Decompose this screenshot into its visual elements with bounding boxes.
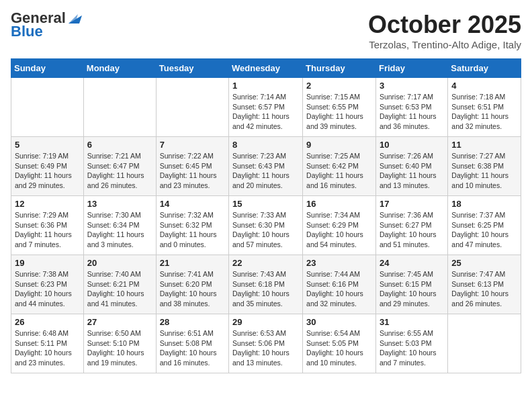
day-info: Sunrise: 7:25 AMSunset: 6:42 PMDaylight:… — [306, 151, 372, 191]
day-info: Sunrise: 7:17 AMSunset: 6:53 PMDaylight:… — [380, 92, 444, 132]
logo: General Blue — [11, 11, 83, 39]
calendar-cell: 6Sunrise: 7:21 AMSunset: 6:47 PMDaylight… — [83, 137, 156, 196]
day-info: Sunrise: 7:29 AMSunset: 6:36 PMDaylight:… — [15, 210, 80, 250]
calendar-cell — [156, 78, 228, 137]
day-info: Sunrise: 6:54 AMSunset: 5:05 PMDaylight:… — [306, 328, 372, 368]
day-info: Sunrise: 7:33 AMSunset: 6:30 PMDaylight:… — [232, 210, 299, 250]
calendar-cell: 30Sunrise: 6:54 AMSunset: 5:05 PMDayligh… — [303, 314, 376, 373]
location: Terzolas, Trentino-Alto Adige, Italy — [368, 39, 521, 50]
day-info: Sunrise: 7:44 AMSunset: 6:16 PMDaylight:… — [306, 269, 372, 309]
calendar-cell: 20Sunrise: 7:40 AMSunset: 6:21 PMDayligh… — [83, 255, 156, 314]
calendar-cell: 9Sunrise: 7:25 AMSunset: 6:42 PMDaylight… — [303, 137, 376, 196]
day-info: Sunrise: 6:50 AMSunset: 5:10 PMDaylight:… — [87, 328, 152, 368]
calendar-cell: 11Sunrise: 7:27 AMSunset: 6:38 PMDayligh… — [448, 137, 521, 196]
day-number: 4 — [451, 81, 517, 91]
calendar-cell: 16Sunrise: 7:34 AMSunset: 6:29 PMDayligh… — [303, 196, 376, 255]
day-info: Sunrise: 7:21 AMSunset: 6:47 PMDaylight:… — [87, 151, 152, 191]
day-number: 1 — [232, 81, 299, 91]
calendar-cell: 13Sunrise: 7:30 AMSunset: 6:34 PMDayligh… — [83, 196, 156, 255]
calendar-cell: 12Sunrise: 7:29 AMSunset: 6:36 PMDayligh… — [11, 196, 84, 255]
day-number: 27 — [87, 317, 152, 327]
day-number: 2 — [306, 81, 372, 91]
header-sunday: Sunday — [11, 59, 84, 78]
day-number: 19 — [15, 258, 80, 268]
day-info: Sunrise: 6:55 AMSunset: 5:03 PMDaylight:… — [380, 328, 444, 368]
day-number: 21 — [160, 258, 225, 268]
day-info: Sunrise: 7:43 AMSunset: 6:18 PMDaylight:… — [232, 269, 299, 309]
day-info: Sunrise: 6:51 AMSunset: 5:08 PMDaylight:… — [160, 328, 225, 368]
day-info: Sunrise: 7:40 AMSunset: 6:21 PMDaylight:… — [87, 269, 152, 309]
day-info: Sunrise: 7:18 AMSunset: 6:51 PMDaylight:… — [451, 92, 517, 132]
calendar-cell: 2Sunrise: 7:15 AMSunset: 6:55 PMDaylight… — [303, 78, 376, 137]
day-info: Sunrise: 6:48 AMSunset: 5:11 PMDaylight:… — [15, 328, 80, 368]
calendar-cell: 8Sunrise: 7:23 AMSunset: 6:43 PMDaylight… — [229, 137, 303, 196]
day-number: 16 — [306, 199, 372, 209]
calendar-cell — [83, 78, 156, 137]
day-info: Sunrise: 7:27 AMSunset: 6:38 PMDaylight:… — [451, 151, 517, 191]
calendar-cell — [11, 78, 84, 137]
calendar-cell: 22Sunrise: 7:43 AMSunset: 6:18 PMDayligh… — [229, 255, 303, 314]
header-tuesday: Tuesday — [156, 59, 228, 78]
calendar-cell: 5Sunrise: 7:19 AMSunset: 6:49 PMDaylight… — [11, 137, 84, 196]
calendar-week-3: 12Sunrise: 7:29 AMSunset: 6:36 PMDayligh… — [11, 196, 521, 255]
day-number: 14 — [160, 199, 225, 209]
day-number: 26 — [15, 317, 80, 327]
page-header: General Blue October 2025 Terzolas, Tren… — [11, 11, 521, 50]
day-info: Sunrise: 7:45 AMSunset: 6:15 PMDaylight:… — [380, 269, 444, 309]
logo-blue: Blue — [11, 23, 43, 40]
day-info: Sunrise: 7:47 AMSunset: 6:13 PMDaylight:… — [451, 269, 517, 309]
day-number: 30 — [306, 317, 372, 327]
calendar-cell: 3Sunrise: 7:17 AMSunset: 6:53 PMDaylight… — [375, 78, 447, 137]
day-number: 17 — [380, 199, 444, 209]
day-info: Sunrise: 6:53 AMSunset: 5:06 PMDaylight:… — [232, 328, 299, 368]
calendar-cell: 29Sunrise: 6:53 AMSunset: 5:06 PMDayligh… — [229, 314, 303, 373]
calendar-cell: 1Sunrise: 7:14 AMSunset: 6:57 PMDaylight… — [229, 78, 303, 137]
calendar-cell: 28Sunrise: 6:51 AMSunset: 5:08 PMDayligh… — [156, 314, 228, 373]
day-info: Sunrise: 7:32 AMSunset: 6:32 PMDaylight:… — [160, 210, 225, 250]
calendar-cell: 10Sunrise: 7:26 AMSunset: 6:40 PMDayligh… — [375, 137, 447, 196]
calendar-header-row: SundayMondayTuesdayWednesdayThursdayFrid… — [11, 59, 521, 78]
day-info: Sunrise: 7:38 AMSunset: 6:23 PMDaylight:… — [15, 269, 80, 309]
calendar-cell: 21Sunrise: 7:41 AMSunset: 6:20 PMDayligh… — [156, 255, 228, 314]
day-number: 18 — [451, 199, 517, 209]
calendar-cell: 17Sunrise: 7:36 AMSunset: 6:27 PMDayligh… — [375, 196, 447, 255]
day-info: Sunrise: 7:23 AMSunset: 6:43 PMDaylight:… — [232, 151, 299, 191]
day-info: Sunrise: 7:15 AMSunset: 6:55 PMDaylight:… — [306, 92, 372, 132]
day-info: Sunrise: 7:14 AMSunset: 6:57 PMDaylight:… — [232, 92, 299, 132]
day-number: 23 — [306, 258, 372, 268]
day-info: Sunrise: 7:19 AMSunset: 6:49 PMDaylight:… — [15, 151, 80, 191]
day-number: 28 — [160, 317, 225, 327]
calendar-cell: 27Sunrise: 6:50 AMSunset: 5:10 PMDayligh… — [83, 314, 156, 373]
day-number: 7 — [160, 140, 225, 150]
header-friday: Friday — [375, 59, 447, 78]
calendar-cell: 18Sunrise: 7:37 AMSunset: 6:25 PMDayligh… — [448, 196, 521, 255]
day-number: 11 — [451, 140, 517, 150]
header-monday: Monday — [83, 59, 156, 78]
day-info: Sunrise: 7:22 AMSunset: 6:45 PMDaylight:… — [160, 151, 225, 191]
day-info: Sunrise: 7:41 AMSunset: 6:20 PMDaylight:… — [160, 269, 225, 309]
header-thursday: Thursday — [303, 59, 376, 78]
day-number: 22 — [232, 258, 299, 268]
calendar-cell: 24Sunrise: 7:45 AMSunset: 6:15 PMDayligh… — [375, 255, 447, 314]
header-saturday: Saturday — [448, 59, 521, 78]
month-title: October 2025 — [368, 11, 521, 39]
day-info: Sunrise: 7:26 AMSunset: 6:40 PMDaylight:… — [380, 151, 444, 191]
day-info: Sunrise: 7:34 AMSunset: 6:29 PMDaylight:… — [306, 210, 372, 250]
day-number: 24 — [380, 258, 444, 268]
calendar-cell — [448, 314, 521, 373]
day-number: 3 — [380, 81, 444, 91]
calendar-cell: 23Sunrise: 7:44 AMSunset: 6:16 PMDayligh… — [303, 255, 376, 314]
calendar-cell: 4Sunrise: 7:18 AMSunset: 6:51 PMDaylight… — [448, 78, 521, 137]
day-number: 25 — [451, 258, 517, 268]
day-number: 5 — [15, 140, 80, 150]
day-number: 9 — [306, 140, 372, 150]
calendar-cell: 26Sunrise: 6:48 AMSunset: 5:11 PMDayligh… — [11, 314, 84, 373]
day-number: 10 — [380, 140, 444, 150]
calendar-week-2: 5Sunrise: 7:19 AMSunset: 6:49 PMDaylight… — [11, 137, 521, 196]
day-info: Sunrise: 7:36 AMSunset: 6:27 PMDaylight:… — [380, 210, 444, 250]
calendar-cell: 31Sunrise: 6:55 AMSunset: 5:03 PMDayligh… — [375, 314, 447, 373]
day-number: 13 — [87, 199, 152, 209]
calendar-week-4: 19Sunrise: 7:38 AMSunset: 6:23 PMDayligh… — [11, 255, 521, 314]
calendar-cell: 15Sunrise: 7:33 AMSunset: 6:30 PMDayligh… — [229, 196, 303, 255]
calendar-cell: 19Sunrise: 7:38 AMSunset: 6:23 PMDayligh… — [11, 255, 84, 314]
